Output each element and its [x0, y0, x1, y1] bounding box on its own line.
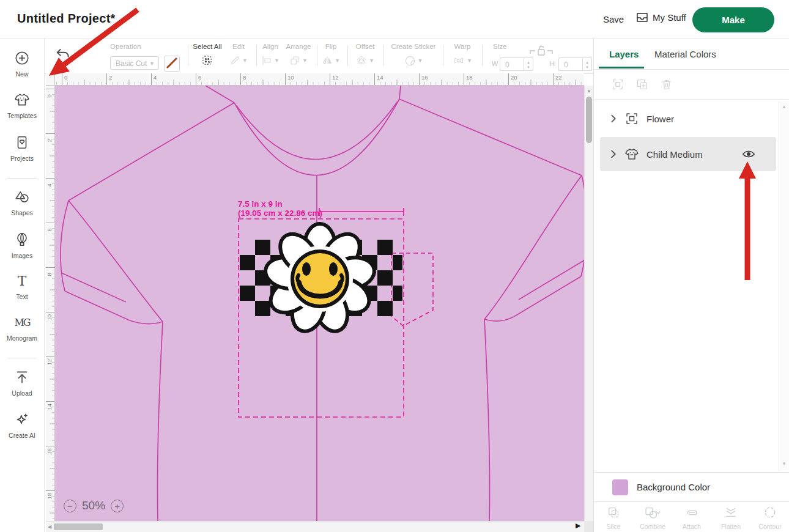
offset-icon	[356, 55, 367, 66]
height-stepper[interactable]: ▲▼	[583, 57, 592, 71]
attach-button[interactable]: Attach	[672, 502, 711, 532]
attach-label: Attach	[672, 523, 711, 530]
scroll-up-icon[interactable]: ▲	[782, 104, 787, 109]
monogram-icon: MG	[13, 314, 31, 330]
width-input[interactable]: 0	[500, 57, 524, 71]
toolbar-divider	[317, 45, 317, 66]
sidebar-item-label: New	[0, 70, 44, 78]
vertical-scrollbar[interactable]: ▲	[584, 86, 593, 521]
create-sticker-group[interactable]: Create Sticker ▼	[387, 43, 440, 68]
chevron-down-icon: ▼	[242, 57, 248, 64]
layer-list-scrollbar[interactable]: ▲ ▼	[779, 102, 789, 471]
sidebar-item-label: Shapes	[0, 209, 44, 216]
upload-icon	[14, 369, 30, 385]
contour-button[interactable]: Contour	[750, 502, 789, 532]
sidebar-item-projects[interactable]: Projects	[0, 135, 44, 162]
combine-button[interactable]: Combine	[633, 502, 672, 532]
ruler-number: 16	[421, 74, 428, 81]
sidebar-item-text[interactable]: T Text	[0, 273, 44, 300]
scroll-up-icon[interactable]: ▲	[587, 88, 591, 94]
sidebar-item-images[interactable]: Images	[0, 232, 44, 259]
pencil-icon	[229, 55, 240, 66]
sidebar-item-upload[interactable]: Upload	[0, 369, 44, 397]
select-all-group[interactable]: Select All	[192, 43, 223, 68]
warp-icon	[453, 55, 465, 66]
width-stepper[interactable]: ▲▼	[524, 57, 533, 71]
tab-layers[interactable]: Layers	[609, 49, 639, 59]
scroll-down-icon[interactable]: ▼	[782, 461, 787, 467]
background-color-swatch[interactable]	[612, 479, 628, 495]
sidebar-item-templates[interactable]: Templates	[0, 92, 44, 119]
flatten-icon	[724, 506, 738, 519]
make-button[interactable]: Make	[692, 7, 774, 32]
toolbar-divider	[482, 45, 483, 66]
flatten-button[interactable]: Flatten	[711, 502, 750, 532]
chevron-right-icon[interactable]	[610, 114, 617, 123]
ruler-number: 12	[46, 358, 53, 366]
lock-aspect-icon[interactable]	[528, 44, 555, 57]
chevron-down-icon: ▼	[302, 57, 308, 64]
delete-trash-icon[interactable]	[660, 78, 673, 91]
tab-material-colors[interactable]: Material Colors	[654, 49, 716, 59]
arrange-group[interactable]: Arrange ▼	[284, 43, 313, 68]
scroll-left-icon[interactable]: ◀	[48, 524, 51, 530]
edit-label: Edit	[225, 43, 252, 50]
shapes-icon	[14, 189, 30, 205]
duplicate-icon[interactable]	[635, 78, 649, 91]
chevron-down-icon: ▼	[467, 57, 472, 64]
project-title: Untitled Project*	[17, 12, 116, 26]
sidebar-divider	[7, 358, 37, 358]
select-all-label: Select All	[192, 43, 223, 50]
edit-group[interactable]: Edit ▼	[225, 43, 252, 68]
select-all-icon	[201, 54, 213, 67]
smiley-right-eye	[329, 262, 338, 276]
chevron-down-icon: ▼	[335, 57, 340, 64]
horizontal-scrollbar-thumb[interactable]	[54, 523, 103, 530]
ruler-number: 0	[46, 91, 53, 98]
my-stuff-button[interactable]: My Stuff	[636, 12, 686, 23]
align-icon	[261, 55, 272, 66]
chevron-right-icon[interactable]	[610, 150, 617, 158]
warp-group[interactable]: Warp ▼	[446, 43, 478, 68]
ruler-number: 8	[46, 269, 53, 276]
offset-group[interactable]: Offset ▼	[351, 43, 379, 68]
align-group[interactable]: Align ▼	[259, 43, 281, 68]
inbox-icon	[636, 12, 648, 23]
vertical-scrollbar-thumb[interactable]	[586, 97, 592, 143]
sidebar-item-create-ai[interactable]: Create AI	[0, 412, 44, 439]
ruler-number: 16	[46, 448, 53, 455]
zoom-control: − 50% +	[64, 499, 124, 512]
horizontal-scrollbar[interactable]: ◀	[46, 521, 584, 532]
color-swatch-button[interactable]	[164, 56, 180, 72]
arrange-label: Arrange	[284, 43, 313, 50]
flip-icon	[322, 55, 333, 66]
chevron-down-icon: ▼	[418, 57, 423, 64]
layer-row-flower[interactable]: Flower	[600, 102, 776, 136]
zoom-in-button[interactable]: +	[111, 500, 124, 512]
ruler-number: 6	[46, 224, 53, 232]
undo-icon	[57, 50, 69, 57]
visibility-eye-icon[interactable]	[742, 149, 755, 159]
sidebar-item-shapes[interactable]: Shapes	[0, 189, 44, 216]
zoom-out-button[interactable]: −	[64, 500, 76, 512]
ruler-number: 12	[332, 74, 339, 81]
undo-button[interactable]	[55, 46, 71, 65]
design-canvas[interactable]: 7.5 in x 9 in (19.05 cm x 22.86 cm) − 50…	[55, 86, 584, 521]
ruler-horizontal: 0246810121416182022	[55, 73, 584, 86]
background-color-row: Background Color	[594, 472, 789, 501]
chevron-down-icon: ▼	[369, 57, 374, 64]
slice-button[interactable]: Slice	[594, 502, 633, 532]
operation-select[interactable]: Basic Cut ▼	[110, 56, 159, 70]
flip-group[interactable]: Flip ▼	[319, 43, 343, 68]
svg-text:MG: MG	[14, 317, 30, 328]
layer-row-child-medium[interactable]: Child Medium	[600, 137, 776, 171]
sidebar-item-monogram[interactable]: MG Monogram	[0, 314, 44, 342]
layer-tools-row	[594, 70, 789, 100]
zoom-level: 50%	[82, 499, 105, 512]
flower-design[interactable]	[263, 224, 377, 336]
save-button[interactable]: Save	[603, 14, 624, 24]
height-input[interactable]: 0	[558, 57, 583, 71]
sidebar-item-new[interactable]: New	[0, 50, 44, 78]
toolbar-divider	[256, 45, 257, 66]
group-layers-icon[interactable]	[611, 78, 624, 91]
